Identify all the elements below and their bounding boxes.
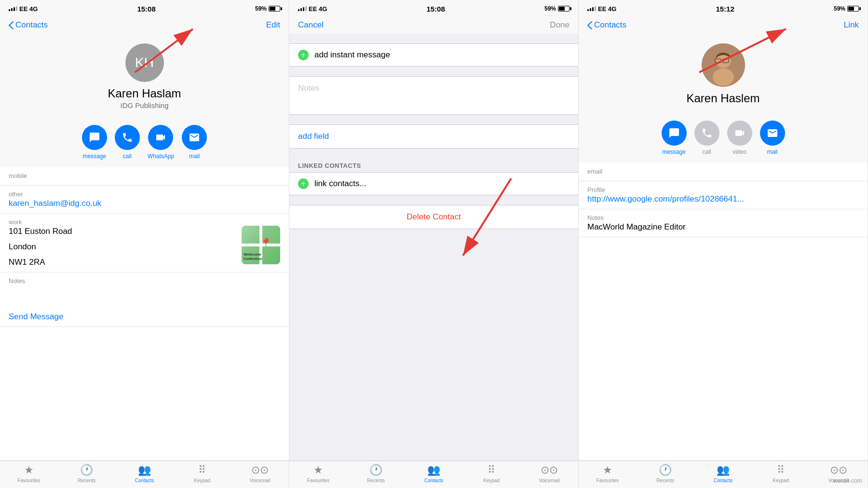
map-visual: 📍 WellcomeCollection [242, 226, 280, 264]
voicemail-label-2: Voicemail [539, 478, 560, 483]
tab-voicemail-2[interactable]: ⊙⊙ Voicemail [535, 464, 564, 483]
notes-field-3: Notes MacWorld Magazine Editor [579, 209, 868, 237]
email-field-3: email [579, 163, 868, 181]
keypad-icon-1: ⠿ [198, 464, 206, 476]
carrier-3: EE 4G [598, 5, 616, 13]
mail-btn-1[interactable]: mail [182, 125, 207, 160]
linked-header: LINKED CONTACTS [289, 158, 578, 172]
tab-favourites-2[interactable]: ★ Favourites [304, 464, 333, 483]
tab-keypad-2[interactable]: ⠿ Keypad [477, 464, 506, 483]
signal-bars-3 [587, 6, 596, 11]
add-instant-icon: + [298, 50, 309, 60]
contact-fields-1: mobile other karen_haslam@idg.co.uk work… [0, 167, 289, 461]
bottom-spacer [289, 229, 578, 268]
linked-contacts-section: LINKED CONTACTS + link contacts... [289, 158, 578, 195]
favourites-icon-1: ★ [24, 464, 34, 476]
svg-point-4 [713, 68, 734, 86]
message-btn-3[interactable]: message [662, 121, 687, 155]
contacts-label-1: Contacts [135, 478, 154, 483]
favourites-label-1: Favourites [18, 478, 41, 483]
call-btn-3[interactable]: call [694, 121, 719, 155]
voicemail-icon-2: ⊙⊙ [541, 464, 558, 476]
call-icon-3 [694, 121, 719, 146]
battery-pct-2: 59% [544, 5, 556, 12]
notes-label-3: Notes [587, 209, 859, 221]
tab-contacts-2[interactable]: 👥 Contacts [419, 464, 448, 483]
bar4 [16, 6, 17, 11]
link-contacts-row[interactable]: + link contacts... [289, 173, 578, 195]
tab-contacts-3[interactable]: 👥 Contacts [708, 464, 737, 483]
favourites-label-2: Favourites [307, 478, 330, 483]
back-button-1[interactable]: Contacts [9, 20, 48, 30]
profile-value[interactable]: http://www.google.com/profiles/10286641.… [587, 193, 859, 209]
bar3 [14, 7, 15, 11]
whatsapp-btn[interactable]: WhatsApp [148, 125, 174, 160]
screen2: EE 4G 15:08 59% Cancel Done + add instan… [289, 0, 579, 488]
edit-button[interactable]: Edit [266, 20, 280, 30]
email-label-3: email [587, 163, 859, 175]
tab-favourites-3[interactable]: ★ Favourites [593, 464, 622, 483]
send-message-link[interactable]: Send Message [9, 311, 280, 326]
message-label: message [82, 153, 106, 160]
status-bar-2: EE 4G 15:08 59% [289, 0, 578, 16]
tab-recents-3[interactable]: 🕐 Recents [651, 464, 680, 483]
tab-keypad-1[interactable]: ⠿ Keypad [188, 464, 217, 483]
signal-bars-1 [9, 6, 17, 11]
nav-bar-2: Cancel Done [289, 16, 578, 34]
status-left-3: EE 4G [587, 5, 616, 13]
video-icon-3 [727, 121, 752, 146]
message-icon [82, 125, 107, 150]
link-button[interactable]: Link [844, 20, 859, 30]
add-instant-msg-row[interactable]: + add instant message [289, 44, 578, 66]
tab-recents-1[interactable]: 🕐 Recents [72, 464, 101, 483]
battery-pct-3: 59% [834, 5, 845, 12]
voicemail-icon-3: ⊙⊙ [830, 464, 847, 476]
battery-icon-2 [558, 6, 570, 12]
screen1: EE 4G 15:08 59% Contacts Edit KH Karen H… [0, 0, 289, 488]
bar1-2 [298, 9, 299, 11]
address-row: 101 Euston Road London NW1 2RA 📍 Wellcom… [9, 226, 280, 272]
done-button: Done [550, 20, 570, 30]
tab-favourites-1[interactable]: ★ Favourites [14, 464, 43, 483]
recents-label-1: Recents [78, 478, 95, 483]
time-1: 15:08 [137, 5, 155, 13]
delete-contact-btn[interactable]: Delete Contact [289, 205, 578, 229]
watermark: wsxdn.com [833, 477, 862, 484]
tab-voicemail-1[interactable]: ⊙⊙ Voicemail [245, 464, 274, 483]
status-bar-1: EE 4G 15:08 59% [0, 0, 289, 16]
bar2-2 [300, 8, 302, 11]
edit-content: + add instant message Notes add field LI… [289, 34, 578, 461]
mail-btn-3[interactable]: mail [760, 121, 785, 155]
video-label-3: video [732, 149, 746, 155]
mail-label-3: mail [767, 149, 777, 155]
map-thumbnail[interactable]: 📍 WellcomeCollection [242, 226, 280, 264]
mobile-value [9, 179, 280, 185]
video-btn-3[interactable]: video [727, 121, 752, 155]
add-field-section[interactable]: add field [289, 124, 578, 149]
back-button-3[interactable]: Contacts [587, 20, 626, 30]
bar4-2 [305, 6, 307, 11]
email-value-1[interactable]: karen_haslam@idg.co.uk [9, 198, 280, 213]
cancel-button[interactable]: Cancel [298, 20, 324, 30]
favourites-icon-2: ★ [313, 464, 323, 476]
status-right-3: 59% [834, 5, 859, 12]
bar2 [11, 8, 13, 11]
contacts-icon-1: 👥 [138, 464, 151, 476]
call-btn[interactable]: call [115, 125, 140, 160]
contacts-icon-2: 👥 [427, 464, 440, 476]
bar1 [9, 9, 10, 11]
link-text: link contacts... [314, 179, 366, 189]
message-btn[interactable]: message [82, 125, 107, 160]
tab-contacts-1[interactable]: 👥 Contacts [130, 464, 159, 483]
keypad-icon-2: ⠿ [488, 464, 495, 476]
contact-company-1: IDG Publishing [120, 101, 168, 109]
tab-bar-3: ★ Favourites 🕐 Recents 👥 Contacts ⠿ Keyp… [579, 461, 868, 488]
message-label-3: message [662, 149, 686, 155]
avatar-svg [702, 43, 745, 87]
carrier-2: EE 4G [309, 5, 327, 13]
contact-name-1: Karen Haslam [108, 87, 181, 100]
bar1-3 [587, 9, 589, 11]
tab-recents-2[interactable]: 🕐 Recents [362, 464, 391, 483]
tab-keypad-3[interactable]: ⠿ Keypad [766, 464, 795, 483]
mail-icon-3 [760, 121, 785, 146]
